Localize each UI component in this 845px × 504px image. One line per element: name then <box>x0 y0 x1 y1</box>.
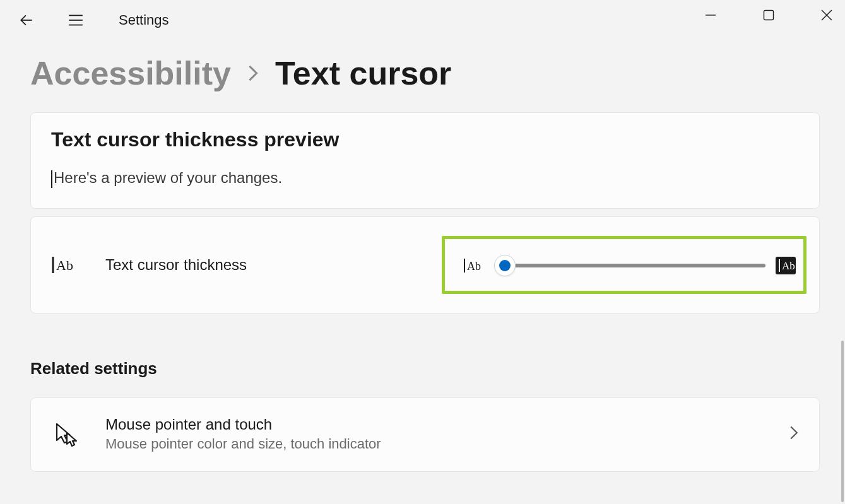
preview-sample-text: Here's a preview of your changes. <box>54 169 282 187</box>
page-content: Accessibility Text cursor Text cursor th… <box>0 40 845 472</box>
preview-heading: Text cursor thickness preview <box>51 128 799 151</box>
hamburger-icon <box>68 13 84 27</box>
arrow-left-icon <box>18 12 35 28</box>
svg-text:Ab: Ab <box>782 260 795 272</box>
related-item-title: Mouse pointer and touch <box>105 416 381 433</box>
thickness-slider-highlight: Ab Ab <box>442 236 807 294</box>
slider-thumb[interactable] <box>494 255 516 276</box>
thickness-preview-card: Text cursor thickness preview Here's a p… <box>30 112 820 209</box>
preview-sample: Here's a preview of your changes. <box>51 169 282 187</box>
back-button[interactable] <box>11 5 42 35</box>
related-item-mouse-pointer[interactable]: Mouse pointer and touch Mouse pointer co… <box>30 397 820 472</box>
close-icon <box>820 9 833 21</box>
text-caret-icon <box>51 170 52 188</box>
breadcrumb-current: Text cursor <box>275 57 451 90</box>
slider-max-icon: Ab <box>776 257 797 274</box>
maximize-icon <box>763 9 774 21</box>
mouse-pointer-icon <box>51 421 84 447</box>
maximize-button[interactable] <box>750 0 787 30</box>
svg-text:Ab: Ab <box>56 257 73 273</box>
minimize-icon <box>705 9 716 21</box>
close-button[interactable] <box>808 0 845 30</box>
related-item-subtitle: Mouse pointer color and size, touch indi… <box>105 436 381 452</box>
title-bar: Settings <box>0 0 845 40</box>
thickness-slider-card: Ab Text cursor thickness Ab <box>30 216 820 314</box>
related-heading: Related settings <box>30 359 820 378</box>
app-title: Settings <box>119 12 169 28</box>
minimize-button[interactable] <box>692 0 729 30</box>
slider-thumb-inner <box>499 260 511 271</box>
chevron-right-icon <box>247 62 259 87</box>
cursor-ab-icon: Ab <box>51 255 79 274</box>
chevron-right-icon <box>789 425 799 443</box>
breadcrumb: Accessibility Text cursor <box>30 57 820 90</box>
vertical-scrollbar[interactable] <box>841 341 844 502</box>
related-item-text: Mouse pointer and touch Mouse pointer co… <box>105 416 381 452</box>
slider-min-icon: Ab <box>463 257 484 274</box>
thickness-label: Text cursor thickness <box>105 256 247 274</box>
svg-rect-5 <box>764 11 774 20</box>
slider-track <box>494 264 765 267</box>
nav-menu-button[interactable] <box>61 5 91 35</box>
thickness-slider[interactable] <box>494 258 765 273</box>
window-controls <box>671 0 845 30</box>
svg-text:Ab: Ab <box>467 260 481 273</box>
breadcrumb-parent[interactable]: Accessibility <box>30 57 231 90</box>
